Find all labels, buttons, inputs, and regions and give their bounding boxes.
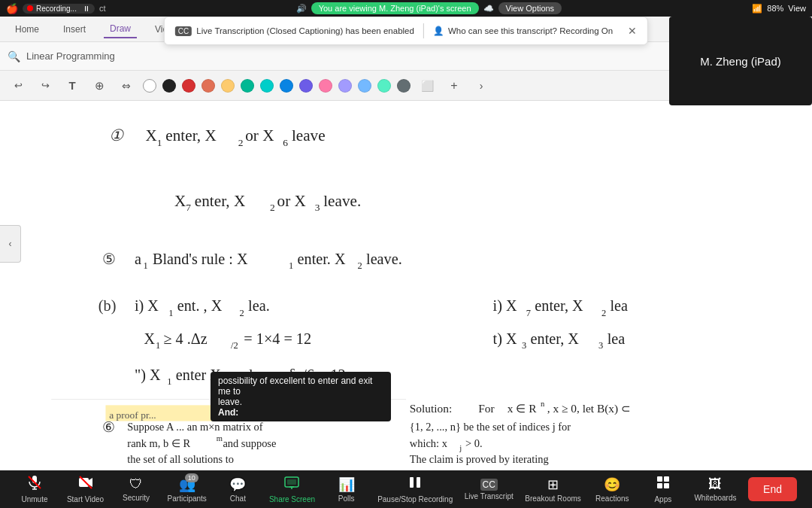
svg-text:leave: leave — [292, 126, 326, 144]
reaction-icon: 😊 — [604, 476, 620, 493]
chevron-left-icon: ‹ — [9, 239, 12, 249]
svg-text:Solution:: Solution: — [410, 402, 452, 415]
battery-label: 88% — [767, 4, 783, 13]
svg-text:,  x ≥ 0,  let  B(x) ⊂: , x ≥ 0, let B(x) ⊂ — [547, 402, 631, 415]
recording-indicator: Recording... ⏸ — [23, 4, 95, 14]
unmute-btn[interactable]: Unmute — [15, 475, 54, 503]
pause-label: Pause/Stop Recording — [377, 495, 453, 503]
more-tools-btn[interactable]: › — [471, 75, 492, 96]
color-teal[interactable] — [260, 79, 274, 93]
share-screen-btn[interactable]: Share Screen — [269, 475, 315, 503]
color-blue[interactable] — [280, 79, 293, 93]
whiteboards-label: Whiteboards — [694, 494, 736, 502]
color-red[interactable] — [182, 79, 195, 93]
close-banner-btn[interactable]: ✕ — [628, 25, 637, 37]
sharing-label: You are viewing M. Zheng (iPad)'s screen — [311, 2, 479, 14]
color-black[interactable] — [162, 79, 176, 93]
people-icon: 👥 10 — [179, 476, 195, 493]
video-label: Start Video — [67, 495, 104, 503]
color-green[interactable] — [241, 79, 254, 93]
participant-name: M. Zheng (iPad) — [700, 55, 781, 68]
who-can-see: Who can see this transcript? Recording O… — [448, 26, 613, 35]
whiteboard-icon: 🖼 — [708, 476, 722, 492]
svg-text:a proof pr...: a proof pr... — [109, 409, 156, 421]
svg-rect-80 — [287, 479, 296, 485]
svg-text:leave.: leave. — [323, 192, 361, 210]
svg-text:X: X — [145, 126, 156, 144]
apps-btn[interactable]: Apps — [644, 475, 683, 503]
color-light-purple[interactable] — [338, 79, 352, 93]
svg-text:6: 6 — [283, 137, 288, 148]
svg-text:a: a — [135, 251, 141, 267]
apps-icon — [656, 475, 671, 494]
svg-text:1: 1 — [167, 376, 171, 387]
select-tool-btn[interactable]: ⊕ — [89, 75, 110, 96]
color-cyan[interactable] — [358, 79, 371, 93]
start-video-btn[interactable]: Start Video — [66, 475, 105, 503]
color-white[interactable] — [143, 79, 156, 93]
color-pink[interactable] — [319, 79, 332, 93]
unmute-label: Unmute — [21, 495, 47, 503]
tooltip-popup: possibility of excellent to enter and ex… — [211, 372, 391, 421]
color-yellow[interactable] — [221, 79, 235, 93]
whiteboards-btn[interactable]: 🖼 Whiteboards — [694, 476, 736, 502]
svg-text:lea: lea — [610, 297, 628, 314]
undo-btn[interactable]: ↩ — [8, 75, 29, 96]
color-purple[interactable] — [299, 79, 313, 93]
breakout-rooms-label: Breakout Rooms — [525, 494, 580, 503]
svg-text:2: 2 — [270, 202, 275, 213]
svg-text:①: ① — [109, 126, 124, 144]
participants-btn[interactable]: 👥 10 Participants — [168, 476, 207, 503]
svg-text:t) X: t) X — [493, 330, 517, 348]
pause-indicator: ⏸ — [83, 5, 90, 13]
svg-text:ent. ,  X: ent. , X — [177, 297, 223, 314]
reactions-btn[interactable]: 😊 Reactions — [592, 476, 632, 503]
cc-icon: CC — [175, 26, 192, 36]
live-transcript-btn[interactable]: CC Live Transcript — [465, 479, 514, 500]
svg-text:rank  m,    b ∈ R: rank m, b ∈ R — [127, 437, 190, 449]
svg-text:/2: /2 — [231, 340, 238, 351]
svg-text:enter,  X: enter, X — [195, 192, 245, 210]
svg-text:x ∈ R: x ∈ R — [508, 402, 537, 415]
color-lime[interactable] — [377, 79, 391, 93]
svg-text:or  X: or X — [277, 192, 306, 210]
polls-btn[interactable]: 📊 Polls — [327, 476, 366, 503]
text-tool-btn[interactable]: T — [62, 75, 83, 96]
security-btn[interactable]: 🛡 Security — [117, 476, 156, 502]
polls-icon: 📊 — [338, 476, 355, 493]
share-screen-icon — [284, 475, 299, 494]
participants-label: Participants — [168, 494, 207, 503]
wifi-icon: 📶 — [752, 4, 762, 14]
chat-btn[interactable]: 💬 Chat — [218, 476, 257, 503]
transcription-message: Live Transcription (Closed Captioning) h… — [196, 26, 414, 35]
color-dark-gray[interactable] — [397, 79, 411, 93]
redo-btn[interactable]: ↪ — [35, 75, 56, 96]
svg-text:7: 7 — [526, 308, 531, 318]
svg-text:lea.: lea. — [248, 297, 270, 314]
collapse-panel-btn[interactable]: ‹ — [0, 225, 21, 263]
recording-dot — [27, 5, 33, 11]
tab-draw[interactable]: Draw — [104, 20, 137, 38]
volume-icon: 🔊 — [296, 4, 307, 14]
view-options-btn[interactable]: View Options — [498, 2, 562, 14]
end-button[interactable]: End — [748, 477, 797, 501]
system-bar: 🍎 Recording... ⏸ ct 🔊 You are viewing M.… — [0, 0, 812, 17]
svg-text:X: X — [174, 192, 186, 210]
color-orange[interactable] — [201, 79, 215, 93]
svg-text:1: 1 — [168, 308, 173, 318]
cloud-icon: ☁️ — [483, 4, 494, 14]
mic-icon — [27, 475, 42, 494]
svg-text:the  set  of  all  solutions  : the set of all solutions to — [127, 453, 234, 465]
eraser-btn[interactable]: ⬜ — [417, 75, 438, 96]
svg-text:7: 7 — [186, 202, 191, 213]
breakout-rooms-btn[interactable]: ⊞ Breakout Rooms — [525, 476, 580, 503]
svg-text:1: 1 — [156, 340, 160, 351]
add-tool-btn[interactable]: + — [444, 75, 465, 96]
view-label[interactable]: View — [788, 4, 806, 13]
tab-insert[interactable]: Insert — [57, 21, 92, 38]
svg-rect-83 — [410, 477, 414, 488]
whiteboard-canvas[interactable]: ① X 1 enter, X 2 or X 6 leave X 7 enter,… — [0, 101, 812, 470]
pause-stop-recording-btn[interactable]: Pause/Stop Recording — [377, 475, 453, 503]
tab-home[interactable]: Home — [9, 21, 45, 38]
move-tool-btn[interactable]: ⇔ — [116, 75, 137, 96]
